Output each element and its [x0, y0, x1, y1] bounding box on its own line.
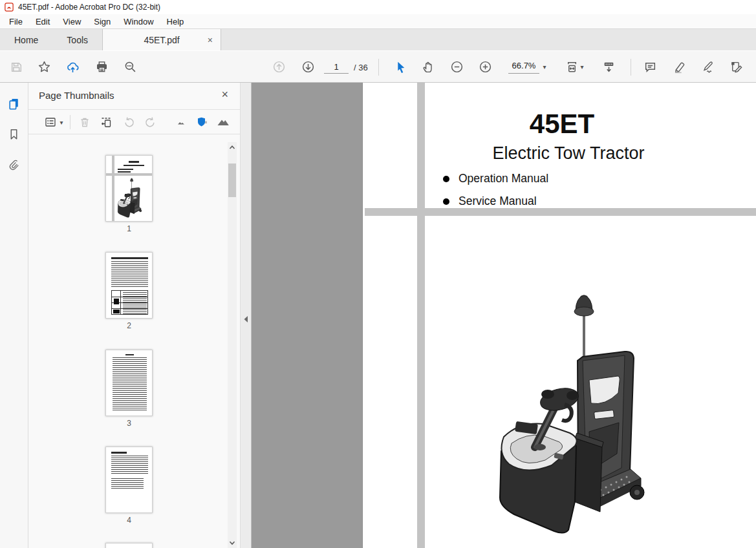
tow-tractor-illustration [492, 284, 647, 543]
thumb1-bullet-line [118, 171, 131, 173]
thumb2-text-lines [111, 261, 148, 287]
scrolling-mode-button[interactable] [598, 56, 619, 77]
blue-shield-icon [195, 116, 208, 129]
menu-view[interactable]: View [56, 16, 87, 28]
small-mountain-icon [175, 116, 188, 129]
fill-sign-button[interactable] [697, 56, 718, 77]
pdf-page[interactable]: 45ET Electric Tow Tractor Operation Manu… [362, 83, 756, 548]
highlight-button[interactable] [669, 56, 689, 77]
thumb1-tractor-image [115, 176, 144, 219]
collapse-panel-arrow-icon[interactable] [243, 314, 248, 326]
tab-tools[interactable]: Tools [52, 29, 102, 50]
document-subtitle: Electric Tow Tractor [431, 143, 706, 163]
edit-pdf-button[interactable] [726, 56, 746, 77]
rotate-left-button[interactable] [120, 113, 138, 131]
fit-width-caret-icon[interactable]: ▾ [580, 63, 583, 70]
previous-page-button[interactable] [268, 56, 289, 77]
page-number-input[interactable] [324, 61, 349, 74]
page-total-label: / 36 [354, 63, 368, 72]
tab-document[interactable]: 45ET.pdf × [102, 29, 221, 50]
page-thumbnail-5[interactable] [105, 543, 153, 548]
page-thumbnail-1-label[interactable]: 1 [105, 224, 153, 233]
tab-bar: Home Tools 45ET.pdf × [0, 28, 756, 50]
page-thumbnails-panel-button[interactable] [5, 94, 24, 113]
thumbnail-size-shield-button[interactable] [193, 113, 211, 131]
enlarge-thumbnails-button[interactable] [214, 113, 232, 131]
hand-tool-button[interactable] [418, 56, 438, 77]
cloud-upload-icon [66, 60, 80, 74]
highlighter-icon [673, 60, 686, 74]
page-thumbnail-3-label[interactable]: 3 [105, 419, 153, 428]
options-caret-icon[interactable]: ▾ [59, 119, 63, 126]
page-thumbnail-2[interactable] [105, 252, 153, 319]
menu-file[interactable]: File [3, 16, 29, 28]
bullet-dot [443, 198, 449, 205]
thumbnails-scrollbar[interactable] [228, 142, 237, 548]
tab-close-icon[interactable]: × [208, 35, 213, 45]
thumb1-stripe [112, 156, 114, 221]
comment-button[interactable] [640, 56, 660, 77]
fit-width-button[interactable] [561, 56, 582, 77]
thumb4-text-lines [111, 456, 148, 475]
title-bar: 45ET.pdf - Adobe Acrobat Pro DC (32-bit) [0, 0, 756, 14]
content-area: Page Thumbnails × ▾ [0, 83, 756, 548]
thumb1-bullet-line [118, 169, 133, 170]
zoom-in-button[interactable] [475, 56, 495, 77]
page-thumbnail-2-label[interactable]: 2 [105, 321, 153, 330]
thumb4-text-lines [111, 478, 144, 490]
page-thumbnail-4-label[interactable]: 4 [105, 516, 153, 525]
tab-home[interactable]: Home [0, 29, 52, 50]
menu-window[interactable]: Window [117, 16, 160, 28]
share-cloud-button[interactable] [62, 56, 83, 77]
page-thumbnail-3[interactable] [105, 350, 153, 416]
thumb4-heading-line [111, 452, 127, 454]
document-title: 45ET [425, 109, 699, 140]
acrobat-logo-icon [5, 3, 14, 12]
navigation-rail [0, 83, 28, 548]
scrollbar-thumb[interactable] [228, 163, 236, 197]
thumb2-table-text [123, 292, 147, 314]
scroll-up-button[interactable] [228, 142, 237, 153]
zoom-level-value[interactable]: 66.7% [508, 61, 539, 74]
search-icon [124, 60, 137, 74]
favorite-star-button[interactable] [34, 56, 54, 77]
fill-sign-pen-icon [701, 60, 715, 74]
tab-tools-label: Tools [67, 35, 88, 45]
plus-circle-icon [479, 60, 492, 74]
zoom-caret-icon[interactable]: ▾ [543, 63, 546, 70]
thumb1-title-line [129, 161, 139, 163]
page-horizontal-stripe [365, 208, 756, 216]
thumbnail-options-button[interactable] [41, 113, 59, 131]
attachments-panel-button[interactable] [5, 154, 24, 173]
menu-sign[interactable]: Sign [87, 16, 117, 28]
panel-splitter[interactable] [240, 83, 252, 548]
select-tool-button[interactable] [390, 56, 411, 77]
menu-edit[interactable]: Edit [29, 16, 56, 28]
bookmarks-panel-button[interactable] [5, 124, 24, 143]
insert-pages-button[interactable] [97, 113, 115, 131]
thumb3-title-line [125, 354, 134, 355]
page-vertical-stripe [417, 83, 425, 548]
arrow-down-circle-icon [301, 60, 315, 74]
rotate-right-button[interactable] [141, 113, 159, 131]
print-button[interactable] [91, 56, 112, 77]
bullet-item: Service Manual [443, 195, 537, 208]
page-thumbnail-4[interactable] [105, 447, 153, 513]
thumb1-subtitle-line [124, 165, 144, 166]
reduce-thumbnails-button[interactable] [172, 113, 190, 131]
next-page-button[interactable] [297, 56, 318, 77]
comment-bubble-icon [643, 60, 657, 74]
find-button[interactable] [120, 56, 140, 77]
delete-pages-button[interactable] [76, 113, 94, 131]
document-viewer[interactable]: 45ET Electric Tow Tractor Operation Manu… [252, 83, 756, 548]
page-thumbnail-1[interactable] [105, 155, 153, 222]
thumb3-text-lines [113, 357, 147, 412]
panel-close-icon[interactable]: × [221, 88, 228, 101]
chevron-up-icon [229, 145, 235, 150]
zoom-out-button[interactable] [446, 56, 467, 77]
scroll-down-button[interactable] [228, 538, 237, 548]
menu-help[interactable]: Help [160, 16, 191, 28]
save-button[interactable] [6, 56, 27, 77]
insert-pages-icon [100, 116, 113, 129]
menu-bar: File Edit View Sign Window Help [0, 14, 756, 28]
